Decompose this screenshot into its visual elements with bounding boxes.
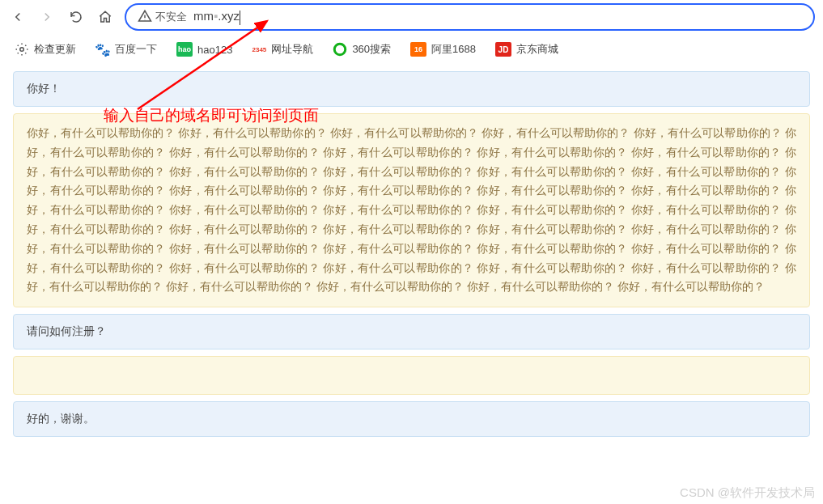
svg-point-0 [20,48,24,52]
bookmarks-bar: 检查更新 🐾 百度一下 hao hao123 2345 网址导航 360搜索 1… [0,34,823,63]
360-icon [333,42,347,57]
bookmark-hao123[interactable]: hao hao123 [176,42,232,57]
chat-text: 你好！ [27,82,61,95]
nav-refresh-button[interactable] [66,7,86,27]
baidu-icon: 🐾 [95,42,110,57]
chat-user-msg: 请问如何注册？ [13,314,810,349]
watermark: CSDN @软件开发技术局 [680,485,815,501]
bookmark-update[interactable]: 检查更新 [15,42,76,57]
bookmark-label: hao123 [197,44,232,56]
bookmark-ali1688[interactable]: 16 阿里1688 [410,42,476,57]
bookmark-label: 网址导航 [271,42,313,57]
nav-home-button[interactable] [95,7,115,27]
jd-icon: JD [495,42,511,57]
nav-forward-button[interactable] [37,7,57,27]
chat-user-msg: 好的，谢谢。 [13,401,810,437]
chat-bot-msg [13,356,810,395]
bookmark-label: 京东商城 [516,42,558,57]
chat-text: 好的，谢谢。 [27,412,95,425]
bookmark-baidu[interactable]: 🐾 百度一下 [95,42,157,57]
svg-point-1 [335,44,346,55]
ali-icon: 16 [410,42,426,57]
chat-user-msg: 你好！ [13,71,810,107]
browser-toolbar: 不安全 mm▪.xyz [0,0,823,34]
warning-icon [138,9,152,26]
url-text[interactable]: mm▪.xyz [193,9,802,24]
hao123-icon: hao [176,42,193,57]
bookmark-jd[interactable]: JD 京东商城 [495,42,558,57]
nav-back-button[interactable] [8,7,28,27]
nav2345-icon: 2345 [252,42,266,57]
bookmark-label: 360搜索 [352,42,391,57]
chat-bot-msg: 你好，有什么可以帮助你的？ 你好，有什么可以帮助你的？ 你好，有什么可以帮助你的… [13,113,810,307]
settings-icon [15,42,29,57]
bookmark-2345[interactable]: 2345 网址导航 [252,42,313,57]
bookmark-360[interactable]: 360搜索 [333,42,391,57]
bookmark-label: 百度一下 [115,42,157,57]
bookmark-label: 检查更新 [34,42,76,57]
url-bar[interactable]: 不安全 mm▪.xyz [125,3,815,31]
chat-text: 请问如何注册？ [27,324,106,337]
security-label: 不安全 [155,10,187,24]
chat-container: 你好！ 你好，有什么可以帮助你的？ 你好，有什么可以帮助你的？ 你好，有什么可以… [0,71,823,437]
bookmark-label: 阿里1688 [431,42,476,57]
security-warning: 不安全 [138,9,187,26]
